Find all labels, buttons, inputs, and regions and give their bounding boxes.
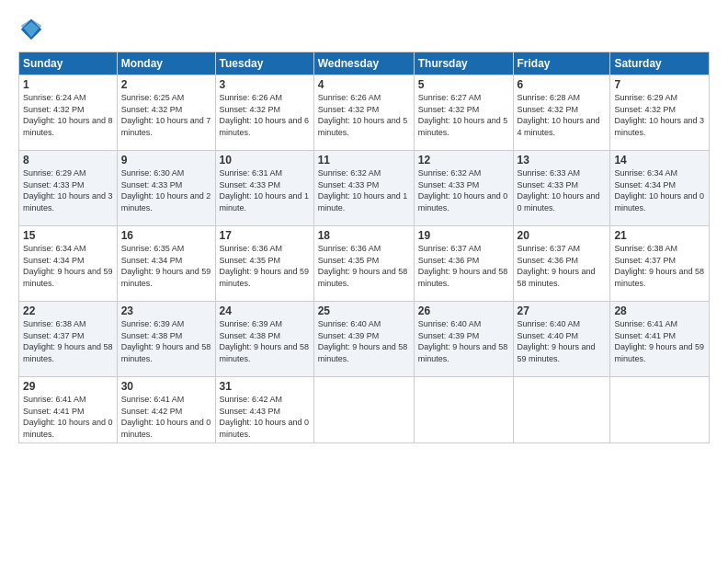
calendar-cell: 8Sunrise: 6:29 AMSunset: 4:33 PMDaylight… (19, 151, 118, 226)
day-info: Sunrise: 6:36 AMSunset: 4:35 PMDaylight:… (318, 244, 408, 288)
day-info: Sunrise: 6:37 AMSunset: 4:36 PMDaylight:… (418, 244, 508, 288)
day-info: Sunrise: 6:26 AMSunset: 4:32 PMDaylight:… (318, 93, 408, 137)
day-number: 14 (614, 154, 705, 167)
day-info: Sunrise: 6:42 AMSunset: 4:43 PMDaylight:… (220, 395, 310, 439)
calendar-cell (313, 377, 414, 443)
day-info: Sunrise: 6:32 AMSunset: 4:33 PMDaylight:… (318, 168, 408, 213)
day-info: Sunrise: 6:39 AMSunset: 4:38 PMDaylight:… (121, 319, 211, 363)
day-info: Sunrise: 6:30 AMSunset: 4:33 PMDaylight:… (121, 168, 211, 213)
day-info: Sunrise: 6:34 AMSunset: 4:34 PMDaylight:… (23, 244, 113, 288)
calendar-cell: 18Sunrise: 6:36 AMSunset: 4:35 PMDayligh… (313, 226, 414, 302)
day-number: 12 (418, 154, 509, 167)
day-info: Sunrise: 6:29 AMSunset: 4:33 PMDaylight:… (23, 168, 113, 213)
day-number: 20 (518, 229, 607, 242)
weekday-header: Saturday (610, 52, 710, 75)
calendar-cell: 6Sunrise: 6:28 AMSunset: 4:32 PMDaylight… (513, 75, 610, 151)
day-number: 6 (518, 78, 607, 91)
day-number: 28 (614, 304, 705, 317)
calendar-cell: 14Sunrise: 6:34 AMSunset: 4:34 PMDayligh… (610, 151, 710, 226)
calendar-cell: 1Sunrise: 6:24 AMSunset: 4:32 PMDaylight… (19, 75, 118, 151)
calendar-cell: 13Sunrise: 6:33 AMSunset: 4:33 PMDayligh… (513, 151, 610, 226)
day-number: 25 (318, 304, 410, 317)
calendar-cell: 27Sunrise: 6:40 AMSunset: 4:40 PMDayligh… (513, 302, 610, 377)
day-info: Sunrise: 6:33 AMSunset: 4:33 PMDaylight:… (518, 168, 600, 213)
calendar-cell: 29Sunrise: 6:41 AMSunset: 4:41 PMDayligh… (19, 377, 118, 443)
day-info: Sunrise: 6:37 AMSunset: 4:36 PMDaylight:… (518, 244, 596, 288)
calendar-cell: 24Sunrise: 6:39 AMSunset: 4:38 PMDayligh… (215, 302, 313, 377)
day-number: 5 (418, 78, 509, 91)
weekday-header: Friday (513, 52, 610, 75)
calendar-cell: 30Sunrise: 6:41 AMSunset: 4:42 PMDayligh… (117, 377, 215, 443)
header (18, 17, 710, 42)
day-info: Sunrise: 6:25 AMSunset: 4:32 PMDaylight:… (121, 93, 211, 137)
day-number: 19 (418, 229, 509, 242)
day-info: Sunrise: 6:35 AMSunset: 4:34 PMDaylight:… (121, 244, 211, 288)
weekday-header: Sunday (19, 52, 118, 75)
weekday-header: Wednesday (313, 52, 414, 75)
calendar-cell: 26Sunrise: 6:40 AMSunset: 4:39 PMDayligh… (414, 302, 513, 377)
day-info: Sunrise: 6:41 AMSunset: 4:41 PMDaylight:… (614, 319, 704, 363)
calendar-cell: 12Sunrise: 6:32 AMSunset: 4:33 PMDayligh… (414, 151, 513, 226)
logo (18, 17, 48, 42)
day-info: Sunrise: 6:36 AMSunset: 4:35 PMDaylight:… (220, 244, 310, 288)
day-info: Sunrise: 6:41 AMSunset: 4:42 PMDaylight:… (121, 395, 211, 439)
day-number: 16 (121, 229, 211, 242)
calendar-table: SundayMondayTuesdayWednesdayThursdayFrid… (18, 52, 710, 443)
day-number: 24 (220, 304, 310, 317)
weekday-header: Thursday (414, 52, 513, 75)
calendar-cell: 7Sunrise: 6:29 AMSunset: 4:32 PMDaylight… (610, 75, 710, 151)
calendar-header-row: SundayMondayTuesdayWednesdayThursdayFrid… (19, 52, 710, 75)
day-info: Sunrise: 6:32 AMSunset: 4:33 PMDaylight:… (418, 168, 508, 213)
calendar-cell: 21Sunrise: 6:38 AMSunset: 4:37 PMDayligh… (610, 226, 710, 302)
calendar-cell: 19Sunrise: 6:37 AMSunset: 4:36 PMDayligh… (414, 226, 513, 302)
day-info: Sunrise: 6:31 AMSunset: 4:33 PMDaylight:… (220, 168, 310, 213)
day-info: Sunrise: 6:38 AMSunset: 4:37 PMDaylight:… (23, 319, 113, 363)
calendar-cell: 9Sunrise: 6:30 AMSunset: 4:33 PMDaylight… (117, 151, 215, 226)
day-number: 7 (614, 78, 705, 91)
calendar-cell: 3Sunrise: 6:26 AMSunset: 4:32 PMDaylight… (215, 75, 313, 151)
day-number: 13 (518, 154, 607, 167)
day-number: 3 (220, 78, 310, 91)
calendar-cell (513, 377, 610, 443)
calendar-cell: 5Sunrise: 6:27 AMSunset: 4:32 PMDaylight… (414, 75, 513, 151)
weekday-header: Monday (117, 52, 215, 75)
logo-icon (18, 17, 44, 42)
calendar-cell: 20Sunrise: 6:37 AMSunset: 4:36 PMDayligh… (513, 226, 610, 302)
day-number: 17 (220, 229, 310, 242)
day-number: 21 (614, 229, 705, 242)
day-info: Sunrise: 6:40 AMSunset: 4:39 PMDaylight:… (318, 319, 408, 363)
day-info: Sunrise: 6:40 AMSunset: 4:40 PMDaylight:… (518, 319, 596, 363)
day-info: Sunrise: 6:34 AMSunset: 4:34 PMDaylight:… (614, 168, 704, 213)
day-info: Sunrise: 6:24 AMSunset: 4:32 PMDaylight:… (23, 93, 113, 137)
day-number: 8 (23, 154, 113, 167)
day-number: 22 (23, 304, 113, 317)
calendar-cell: 11Sunrise: 6:32 AMSunset: 4:33 PMDayligh… (313, 151, 414, 226)
calendar-cell (610, 377, 710, 443)
day-info: Sunrise: 6:26 AMSunset: 4:32 PMDaylight:… (220, 93, 310, 137)
day-info: Sunrise: 6:41 AMSunset: 4:41 PMDaylight:… (23, 395, 113, 439)
calendar-cell: 25Sunrise: 6:40 AMSunset: 4:39 PMDayligh… (313, 302, 414, 377)
day-number: 31 (220, 380, 310, 393)
day-number: 15 (23, 229, 113, 242)
calendar-cell: 16Sunrise: 6:35 AMSunset: 4:34 PMDayligh… (117, 226, 215, 302)
day-info: Sunrise: 6:27 AMSunset: 4:32 PMDaylight:… (418, 93, 508, 137)
calendar-cell (414, 377, 513, 443)
calendar-cell: 28Sunrise: 6:41 AMSunset: 4:41 PMDayligh… (610, 302, 710, 377)
weekday-header: Tuesday (215, 52, 313, 75)
day-info: Sunrise: 6:39 AMSunset: 4:38 PMDaylight:… (220, 319, 310, 363)
day-number: 1 (23, 78, 113, 91)
day-info: Sunrise: 6:38 AMSunset: 4:37 PMDaylight:… (614, 244, 704, 288)
day-number: 26 (418, 304, 509, 317)
day-number: 9 (121, 154, 211, 167)
calendar-cell: 22Sunrise: 6:38 AMSunset: 4:37 PMDayligh… (19, 302, 118, 377)
calendar-cell: 23Sunrise: 6:39 AMSunset: 4:38 PMDayligh… (117, 302, 215, 377)
calendar-cell: 4Sunrise: 6:26 AMSunset: 4:32 PMDaylight… (313, 75, 414, 151)
day-number: 10 (220, 154, 310, 167)
day-number: 4 (318, 78, 410, 91)
day-number: 30 (121, 380, 211, 393)
day-number: 11 (318, 154, 410, 167)
calendar-cell: 2Sunrise: 6:25 AMSunset: 4:32 PMDaylight… (117, 75, 215, 151)
day-number: 27 (518, 304, 607, 317)
day-number: 29 (23, 380, 113, 393)
calendar-cell: 15Sunrise: 6:34 AMSunset: 4:34 PMDayligh… (19, 226, 118, 302)
